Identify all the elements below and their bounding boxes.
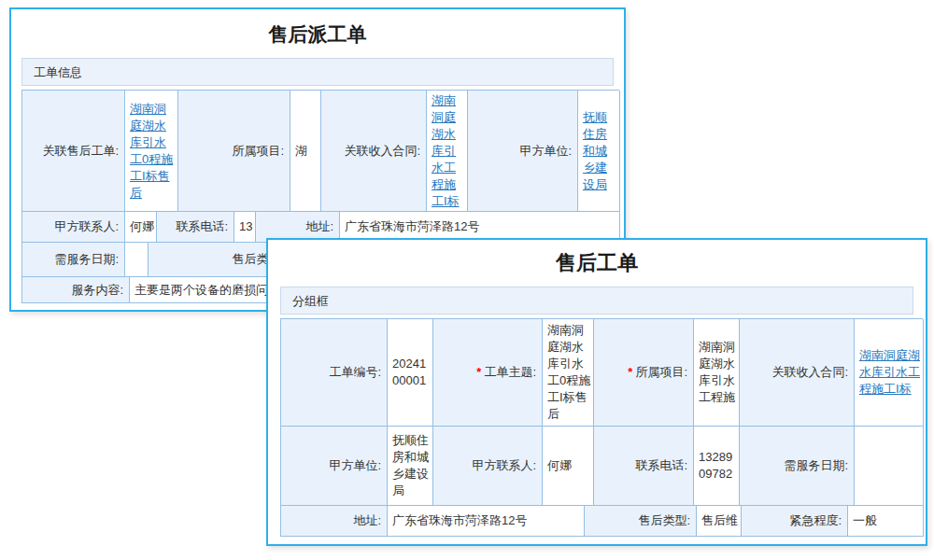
related-income-contract-cell: 湖南洞庭湖水库引水工程施工I标 <box>855 319 924 427</box>
client-unit-cell: 抚顺住房和城乡建设局 <box>578 91 620 212</box>
label-address: 地址: <box>281 506 388 537</box>
phone-value: 13 <box>234 212 256 243</box>
table-row: 工单编号: 2024100001 * 工单主题: 湖南洞庭湖水库引水工0程施工I… <box>280 318 923 427</box>
service-order-table: 工单编号: 2024100001 * 工单主题: 湖南洞庭湖水库引水工0程施工I… <box>280 318 923 537</box>
related-income-contract-cell: 湖南洞庭湖水库引水工程施工I标 <box>427 91 468 212</box>
label-service-date: 需服务日期: <box>740 427 855 506</box>
label-order-subject: * 工单主题: <box>433 319 543 427</box>
order-subject-label-text: 工单主题: <box>484 364 536 381</box>
dispatch-order-group-header: 工单信息 <box>21 58 614 86</box>
label-urgency: 紧急程度: <box>742 506 848 537</box>
label-order-number: 工单编号: <box>281 319 388 427</box>
service-order-card: 售后工单 分组框 工单编号: 2024100001 * 工单主题: 湖南洞庭湖水… <box>266 238 927 546</box>
label-phone: 联系电话: <box>594 427 694 506</box>
project-value: 湖南洞庭湖水库引水工程施 <box>694 319 740 427</box>
order-number-value: 2024100001 <box>388 319 433 427</box>
related-aftersales-order-link[interactable]: 湖南洞庭湖水库引水工0程施工I标售后 <box>130 101 177 202</box>
client-unit-link[interactable]: 抚顺住房和城乡建设局 <box>583 109 618 193</box>
label-related-income-contract: 关联收入合同: <box>740 319 855 427</box>
label-project: * 所属项目: <box>594 319 694 427</box>
related-income-contract-link[interactable]: 湖南洞庭湖水库引水工程施工I标 <box>859 347 922 398</box>
label-related-aftersales-order: 关联售后工单: <box>22 91 125 212</box>
client-unit-value: 抚顺住房和城乡建设局 <box>388 427 433 506</box>
address-value: 广东省珠海市菏泽路12号 <box>388 506 585 537</box>
label-client-contact: 甲方联系人: <box>433 427 543 506</box>
table-row: 关联售后工单: 湖南洞庭湖水库引水工0程施工I标售后 所属项目: 湖 关联收入合… <box>21 90 619 212</box>
required-asterisk: * <box>476 364 481 381</box>
related-income-contract-link[interactable]: 湖南洞庭湖水库引水工程施工I标 <box>432 92 466 210</box>
urgency-value: 一般 <box>848 506 924 537</box>
label-phone: 联系电话: <box>157 212 234 243</box>
label-related-income-contract: 关联收入合同: <box>321 91 427 212</box>
project-label-text: 所属项目: <box>635 364 687 381</box>
aftersales-type-value: 售后维 <box>697 506 742 537</box>
client-contact-value: 何娜 <box>543 427 594 506</box>
table-row: 地址: 广东省珠海市菏泽路12号 售后类型: 售后维 紧急程度: 一般 <box>280 506 923 537</box>
related-aftersales-order-cell: 湖南洞庭湖水库引水工0程施工I标售后 <box>125 91 178 212</box>
label-client-unit: 甲方单位: <box>281 427 388 506</box>
required-asterisk: * <box>628 364 632 381</box>
label-client-unit: 甲方单位: <box>468 91 578 212</box>
project-value: 湖 <box>290 91 321 212</box>
service-date-value <box>125 243 149 277</box>
label-client-contact: 甲方联系人: <box>22 212 125 243</box>
order-subject-value: 湖南洞庭湖水库引水工0程施工I标售后 <box>543 319 594 427</box>
service-order-group-header: 分组框 <box>280 287 913 315</box>
service-order-title: 售后工单 <box>268 240 926 275</box>
service-date-value <box>855 427 924 506</box>
client-contact-value: 何娜 <box>125 212 157 243</box>
label-project: 所属项目: <box>178 91 290 212</box>
dispatch-order-title: 售后派工单 <box>11 9 624 47</box>
table-row: 甲方单位: 抚顺住房和城乡建设局 甲方联系人: 何娜 联系电话: 1328909… <box>280 427 923 506</box>
label-service-date: 需服务日期: <box>22 243 125 277</box>
phone-value: 1328909782 <box>694 427 740 506</box>
label-service-content: 服务内容: <box>22 277 130 303</box>
label-aftersales-type: 售后类型: <box>585 506 697 537</box>
